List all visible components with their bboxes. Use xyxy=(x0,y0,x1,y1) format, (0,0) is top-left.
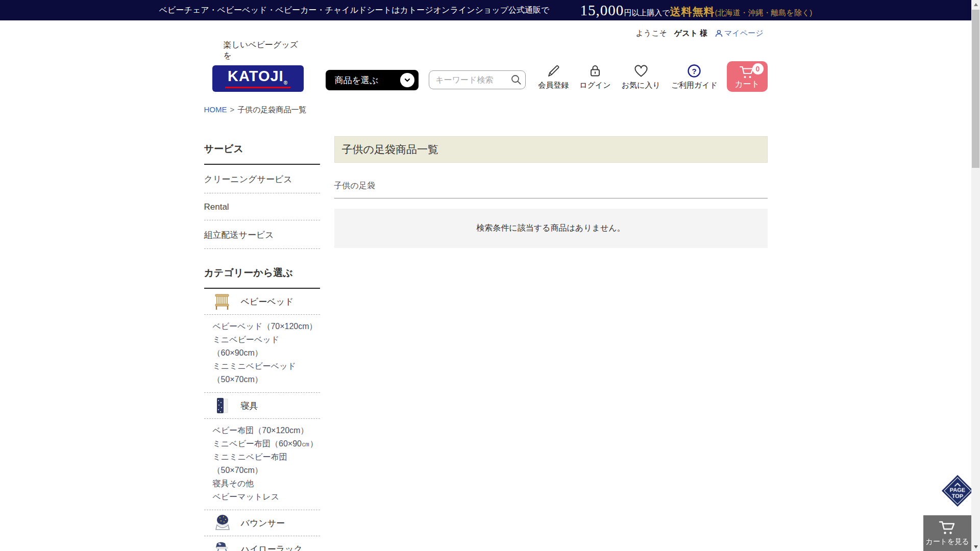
sidebar-subcategory[interactable]: ベビー布団（70×120cm） xyxy=(213,424,320,437)
categories-heading: カテゴリーから選ぶ xyxy=(204,266,320,289)
breadcrumb-separator: > xyxy=(230,105,235,114)
page-top-label-1: PAGE xyxy=(950,487,965,493)
sidebar-subcategory[interactable]: ベビーベッド（70×120cm） xyxy=(213,320,320,333)
breadcrumb-current: 子供の足袋商品一覧 xyxy=(237,105,306,114)
sidebar-category-bouncer[interactable]: バウンサー xyxy=(204,510,320,536)
sidebar: サービス クリーニングサービス Rental 組立配送サービス カテゴリーから選… xyxy=(204,136,320,551)
page-top-inner: PAGE TOP xyxy=(946,480,969,502)
pencil-icon xyxy=(546,63,561,79)
page-title: 子供の足袋商品一覧 xyxy=(342,142,760,157)
nav-label: ログイン xyxy=(579,81,610,90)
services-heading: サービス xyxy=(204,142,320,165)
filter-category-label: 子供の足袋 xyxy=(334,181,768,198)
member-register-button[interactable]: 会員登録 xyxy=(538,63,569,90)
page-title-bar: 子供の足袋商品一覧 xyxy=(334,136,768,163)
welcome-text: ようこそ xyxy=(635,29,667,38)
registered-mark: ® xyxy=(284,80,288,86)
product-select-dropdown[interactable]: 商品を選ぶ xyxy=(326,70,419,90)
category-label: 寝具 xyxy=(241,400,258,412)
lock-icon xyxy=(587,63,603,79)
bedding-subcategories: ベビー布団（70×120cm） ミニベビー布団（60×90㎝） ミニミニベビー布… xyxy=(204,419,320,510)
futon-thumbnail-icon xyxy=(213,396,232,415)
cart-icon xyxy=(938,520,957,536)
logo-text: KATOJI® xyxy=(228,69,288,86)
heart-icon xyxy=(633,63,649,79)
category-label: ベビーベッド xyxy=(241,296,294,308)
browser-scrollbar[interactable] xyxy=(971,0,980,551)
price-threshold: 15,000 xyxy=(580,2,624,19)
sidebar-item-cleaning-service[interactable]: クリーニングサービス xyxy=(204,165,320,193)
main-layout: サービス クリーニングサービス Rental 組立配送サービス カテゴリーから選… xyxy=(204,136,768,551)
page-top-button[interactable]: PAGE TOP xyxy=(942,475,973,507)
chevron-down-icon xyxy=(400,73,414,87)
page-top-label-2: TOP xyxy=(952,493,963,499)
sidebar-subcategory[interactable]: 寝具その他 xyxy=(213,477,320,490)
header-main-row: 楽しいベビーグッズを KATOJI® 商品を選ぶ xyxy=(204,40,768,98)
cart-count-badge: 0 xyxy=(752,63,764,74)
empty-results-message: 検索条件に該当する商品はありません。 xyxy=(476,223,625,234)
breadcrumb: HOME>子供の足袋商品一覧 xyxy=(204,105,768,115)
category-label: ハイローラック xyxy=(241,543,303,551)
price-suffix: 円以上購入で xyxy=(624,8,670,18)
mypage-label: マイページ xyxy=(724,29,763,38)
sidebar-item-rental[interactable]: Rental xyxy=(204,193,320,220)
highlow-rack-thumbnail-icon xyxy=(213,539,232,551)
sidebar-subcategory[interactable]: ミニミニベビーベッド（50×70cm） xyxy=(213,360,320,386)
view-cart-label: カートを見る xyxy=(925,537,969,546)
sidebar-subcategory[interactable]: ミニベビー布団（60×90㎝） xyxy=(213,437,320,450)
product-select-label: 商品を選ぶ xyxy=(335,74,379,86)
scrollbar-down-arrow[interactable] xyxy=(971,542,980,551)
cart-button[interactable]: カート 0 xyxy=(727,61,767,92)
sidebar-subcategory[interactable]: ミニミニベビー布団（50×70cm） xyxy=(213,450,320,477)
category-label: バウンサー xyxy=(241,517,285,529)
shipping-exclusion-note: (北海道・沖縄・離島を除く) xyxy=(715,8,813,18)
sidebar-subcategory[interactable]: ベビーマットレス xyxy=(213,490,320,504)
view-cart-button[interactable]: カートを見る xyxy=(923,515,971,551)
bouncer-thumbnail-icon xyxy=(213,513,232,533)
crib-thumbnail-icon xyxy=(213,292,232,311)
logo-tagline: 楽しいベビーグッズを xyxy=(224,40,304,61)
favorites-button[interactable]: お気に入り xyxy=(622,63,660,90)
person-icon xyxy=(715,29,723,38)
svg-text:?: ? xyxy=(692,67,697,76)
search-button[interactable] xyxy=(510,74,522,85)
scrollbar-up-arrow[interactable] xyxy=(971,0,980,9)
empty-results-box: 検索条件に該当する商品はありません。 xyxy=(334,209,768,248)
login-button[interactable]: ログイン xyxy=(579,63,610,90)
free-shipping-label: 送料無料 xyxy=(670,5,715,19)
services-list: クリーニングサービス Rental 組立配送サービス xyxy=(204,165,320,249)
scrollbar-thumb[interactable] xyxy=(972,10,979,168)
breadcrumb-home-link[interactable]: HOME xyxy=(204,105,227,114)
mypage-link[interactable]: マイページ xyxy=(715,29,763,38)
announcement-bar: ベビーチェア・ベビーベッド・ベビーカー・チャイルドシートはカトージオンラインショ… xyxy=(0,0,971,20)
nav-label: ご利用ガイド xyxy=(671,81,718,90)
sidebar-category-baby-bed[interactable]: ベビーベッド xyxy=(204,289,320,315)
katoji-logo[interactable]: KATOJI® xyxy=(212,65,304,92)
guest-name: ゲスト 様 xyxy=(674,29,707,38)
search-box xyxy=(429,70,526,89)
content-area: 子供の足袋商品一覧 子供の足袋 検索条件に該当する商品はありません。 xyxy=(334,136,768,248)
announcement-text: ベビーチェア・ベビーベッド・ベビーカー・チャイルドシートはカトージオンラインショ… xyxy=(159,5,550,16)
welcome-row: ようこそ ゲスト 様 マイページ xyxy=(204,28,768,39)
logo-block[interactable]: 楽しいベビーグッズを KATOJI® xyxy=(212,40,304,92)
chevron-up-icon xyxy=(954,483,961,487)
site-header: ようこそ ゲスト 様 マイページ 楽しいベビーグッズを KATOJI® 商品を選… xyxy=(204,20,768,98)
search-icon xyxy=(510,74,522,85)
user-guide-button[interactable]: ? ご利用ガイド xyxy=(671,63,718,90)
sidebar-category-highlow-rack[interactable]: ハイローラック xyxy=(204,536,320,551)
sidebar-subcategory[interactable]: ミニベビーベッド（60×90cm） xyxy=(213,333,320,360)
cart-label: カート xyxy=(734,80,760,88)
free-shipping-banner: 15,000 円以上購入で 送料無料 (北海道・沖縄・離島を除く) xyxy=(580,2,812,19)
sidebar-category-bedding[interactable]: 寝具 xyxy=(204,393,320,419)
baby-bed-subcategories: ベビーベッド（70×120cm） ミニベビーベッド（60×90cm） ミニミニベ… xyxy=(204,315,320,393)
sidebar-item-assembly-delivery[interactable]: 組立配送サービス xyxy=(204,220,320,249)
logo-red-underline xyxy=(225,87,290,88)
header-nav: 会員登録 ログイン お気に入り ? xyxy=(538,63,718,90)
question-icon: ? xyxy=(687,63,702,79)
nav-label: 会員登録 xyxy=(538,81,569,90)
category-section: カテゴリーから選ぶ ベビーベッド ベビーベッド（70×120cm） ミニベビーベ… xyxy=(204,266,320,551)
nav-label: お気に入り xyxy=(622,81,660,90)
